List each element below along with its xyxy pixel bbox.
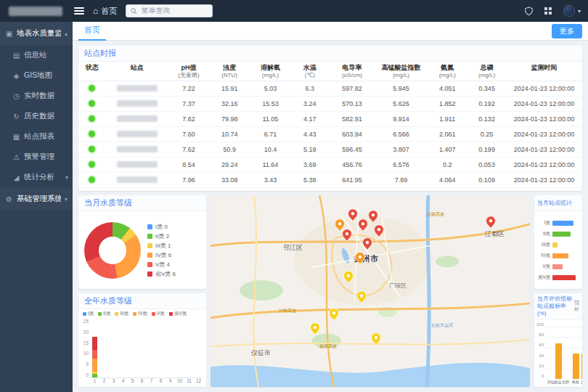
map-label: 邗江区 xyxy=(283,244,303,251)
value-cell: 5.626 xyxy=(375,97,427,112)
axis-tick: 3 xyxy=(113,378,115,385)
sidebar-toggle-icon[interactable] xyxy=(74,7,84,15)
column-unit: (mg/L) xyxy=(468,72,505,79)
column-header: 总磷(mg/L) xyxy=(467,62,506,81)
bar-slot: 7 xyxy=(147,319,156,385)
axis-tick: 5 xyxy=(86,362,89,367)
top-header: ⌂ 首页 菜单查询 ▾ xyxy=(0,0,588,22)
value-cell: 15.91 xyxy=(209,81,250,97)
map-label: 京杭大运河 xyxy=(430,322,453,328)
bar-track xyxy=(552,275,579,280)
sidebar-item-stats[interactable]: ◢统计分析▾ xyxy=(0,167,73,187)
exceedance-panel: 当月评价指标站点超标率(%) 指标 100806040200 高锰酸盐指数氨氮总… xyxy=(534,293,582,387)
bar-row: III类 xyxy=(538,242,579,248)
station-cell xyxy=(106,112,168,127)
legend-item: 劣V类 xyxy=(169,311,187,317)
legend-swatch xyxy=(169,312,173,316)
axis-tick: 40 xyxy=(539,354,544,358)
status-indicator xyxy=(89,146,95,152)
more-button[interactable]: 更多 xyxy=(552,24,582,38)
legend-swatch xyxy=(83,312,86,316)
axis-tick: 9 xyxy=(169,378,172,385)
table-row: 7.9633.083.435.38641.957.894.0640.109202… xyxy=(78,173,582,188)
column-header: pH值(无量纲) xyxy=(168,62,209,81)
sidebar-item-info[interactable]: ▤信息站 xyxy=(0,45,73,65)
table-row: 7.6250.910.45.19596.453.8071.4070.199202… xyxy=(78,142,582,158)
donut-chart xyxy=(84,222,141,279)
stations-map[interactable]: 扬州市江都区邗江区广陵区仪征市沪陕高速启扬高速扬溧高速京杭大运河 xyxy=(211,195,530,387)
value-cell: 0.192 xyxy=(467,97,506,112)
time-cell: 2024-01-23 12:00:00 xyxy=(506,97,582,112)
bar-label: V类 xyxy=(538,264,550,270)
bar-row: 劣V类 xyxy=(538,274,579,281)
bar-segment xyxy=(92,374,97,378)
sidebar-item-realtime[interactable]: ◷实时数据 xyxy=(0,86,73,106)
column-unit: (NTU) xyxy=(210,72,249,79)
bar xyxy=(581,354,583,379)
value-cell: 3.69 xyxy=(291,158,330,173)
table-row: 7.6279.9811.054.17582.919.9141.9110.1322… xyxy=(78,112,582,127)
annual-quality-panel: 全年水质等级 I类II类III类IV类V类劣V类 2520151050 1234… xyxy=(78,293,206,387)
menu-search-input[interactable]: 菜单查询 xyxy=(126,4,213,17)
time-cell: 2024-01-23 12:00:00 xyxy=(506,81,582,97)
axis-tick: 20 xyxy=(539,364,544,368)
station-table-body: 7.2215.915.036.3597.825.9454.0510.345202… xyxy=(78,81,582,188)
tab-home[interactable]: 首页 xyxy=(78,22,106,41)
table-row: 7.3732.1615.533.24570.135.6261.8520.1922… xyxy=(78,97,582,112)
annual-legend: I类II类III类IV类V类劣V类 xyxy=(78,309,206,317)
bar-row: V类 xyxy=(538,264,579,270)
legend-label: IV类 6 xyxy=(155,251,171,259)
bar-segment xyxy=(92,350,97,359)
legend-label: II类 2 xyxy=(155,232,169,240)
station-cell xyxy=(106,97,168,112)
value-cell: 6.576 xyxy=(375,158,427,173)
value-cell: 7.62 xyxy=(168,142,209,158)
station-name-redacted xyxy=(117,131,158,137)
station-report-table: 状态站点pH值(无量纲)浊度(NTU)溶解氧(mg/L)水温(℃)电导率(uS/… xyxy=(78,62,582,188)
sidebar-item-report[interactable]: ▦站点报表 xyxy=(0,126,73,147)
exceedance-y-axis: 100806040200 xyxy=(536,322,545,385)
status-cell xyxy=(78,142,106,158)
sidebar-section-monitor[interactable]: ▣地表水质量监测系统▴ xyxy=(0,22,73,45)
user-avatar[interactable] xyxy=(563,5,575,17)
user-menu-chevron-icon[interactable]: ▾ xyxy=(578,8,581,15)
bar-slot: 10 xyxy=(175,319,184,385)
sidebar-item-map[interactable]: ◈GIS地图 xyxy=(0,65,73,86)
value-cell: 0.2 xyxy=(427,158,467,173)
station-cell xyxy=(106,81,168,97)
axis-tick: 6 xyxy=(141,378,144,385)
station-stats-panel: 当月站点统计 I类II类III类IV类V类劣V类 xyxy=(534,195,582,289)
sidebar-item-history[interactable]: ↻历史数据 xyxy=(0,106,73,126)
station-name-redacted xyxy=(117,161,158,168)
bar-slot: 5 xyxy=(128,319,137,385)
bar-track xyxy=(552,242,579,248)
value-cell: 582.91 xyxy=(329,112,375,127)
tab-bar: 首页 更多 xyxy=(73,22,588,41)
apps-grid-icon[interactable] xyxy=(544,7,552,15)
breadcrumb-home[interactable]: ⌂ 首页 xyxy=(93,6,117,17)
legend-swatch xyxy=(115,312,118,316)
column-header: 状态 xyxy=(78,62,106,81)
sidebar-nav: ▣地表水质量监测系统▴▤信息站◈GIS地图◷实时数据↻历史数据▦站点报表⚠预警管… xyxy=(0,22,73,211)
status-indicator xyxy=(89,131,95,137)
sidebar-section-label: 地表水质量监测系统 xyxy=(17,28,61,38)
axis-tick: 8 xyxy=(160,378,163,385)
status-indicator xyxy=(89,176,95,183)
sidebar-section-settings[interactable]: ⚙基础管理系统▾ xyxy=(0,187,73,211)
legend-swatch xyxy=(147,271,152,277)
value-cell: 15.53 xyxy=(250,97,290,112)
bar xyxy=(552,242,558,248)
home-icon: ⌂ xyxy=(93,7,98,15)
map-label: 启扬高速 xyxy=(427,211,444,217)
axis-tick: 1 xyxy=(94,378,97,385)
shield-icon[interactable] xyxy=(524,7,534,16)
column-unit: (℃) xyxy=(292,72,329,79)
monthly-quality-panel: 当月水质等级 I类 0II类 2III类 1IV类 6V类 4劣V类 6 xyxy=(78,195,206,289)
bar-slot: 6 xyxy=(137,319,147,385)
value-cell: 597.82 xyxy=(329,81,375,97)
value-cell: 5.03 xyxy=(250,81,290,97)
legend-label: V类 4 xyxy=(155,261,170,269)
search-placeholder: 菜单查询 xyxy=(141,6,170,16)
sidebar-item-alert[interactable]: ⚠预警管理 xyxy=(0,147,73,167)
bar-label: 总磷 xyxy=(581,380,582,385)
